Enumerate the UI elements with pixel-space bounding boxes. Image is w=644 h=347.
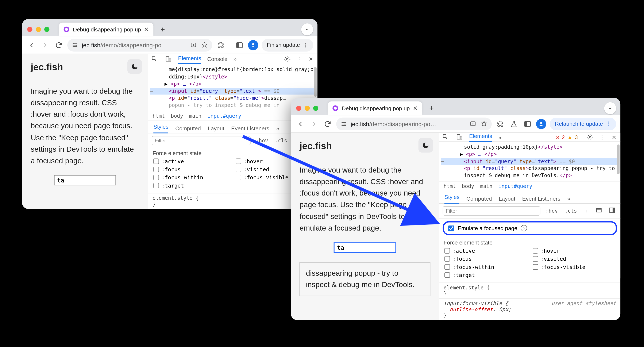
styles-filter-input[interactable] <box>152 136 250 145</box>
rendering-icon[interactable] <box>594 207 604 215</box>
inspect-icon[interactable] <box>151 55 158 63</box>
kebab-icon[interactable]: ⋮ <box>295 55 303 63</box>
state-focus-visible[interactable]: :focus-visible <box>532 264 615 270</box>
address-bar[interactable]: jec.fish/demo/disappearing-po… <box>67 38 212 52</box>
reload-button[interactable] <box>322 119 333 129</box>
browser-tab[interactable]: Debug disappearing pop up ✕ <box>59 22 153 36</box>
more-tabs-icon[interactable]: » <box>498 134 502 140</box>
minimize-window-icon[interactable] <box>304 106 310 111</box>
profile-avatar[interactable] <box>248 40 258 50</box>
labs-icon[interactable] <box>509 119 519 129</box>
close-window-icon[interactable] <box>27 27 32 32</box>
bookmark-icon[interactable] <box>201 42 208 48</box>
address-bar[interactable]: jec.fish/demo/disappearing-po… <box>336 118 492 130</box>
state-hover[interactable]: :hover <box>532 248 615 254</box>
state-active[interactable]: :active <box>444 248 527 254</box>
state-target[interactable]: :target <box>444 272 527 278</box>
close-tab-icon[interactable]: ✕ <box>144 26 149 33</box>
styles-tab[interactable]: Styles <box>444 194 460 204</box>
state-focus-within[interactable]: :focus-within <box>153 174 230 180</box>
extensions-icon[interactable] <box>495 119 506 129</box>
element-style-block[interactable]: element.style { } <box>440 282 620 298</box>
focus-visible-rule[interactable]: user agent stylesheet input:focus-visibl… <box>440 298 620 320</box>
computed-tab[interactable]: Computed <box>175 125 201 132</box>
back-button[interactable] <box>295 119 306 129</box>
close-window-icon[interactable] <box>296 106 301 111</box>
more-tabs-icon[interactable]: » <box>234 56 237 62</box>
page-paragraph: Imagine you want to debug the dissappear… <box>30 86 139 167</box>
layout-tab[interactable]: Layout <box>208 125 224 132</box>
device-icon[interactable] <box>456 133 463 141</box>
more-styles-tabs-icon[interactable]: » <box>567 195 570 202</box>
minimize-window-icon[interactable] <box>36 27 41 32</box>
site-settings-icon[interactable] <box>72 42 78 48</box>
console-tab[interactable]: Console <box>207 56 228 62</box>
state-target[interactable]: :target <box>153 182 230 189</box>
update-button[interactable]: Finish update⋮ <box>262 38 313 52</box>
styles-filter-input[interactable] <box>443 206 540 216</box>
gear-icon[interactable] <box>586 133 594 141</box>
sidepanel-icon[interactable] <box>234 40 244 50</box>
elements-tab[interactable]: Elements <box>178 55 201 64</box>
more-styles-tabs-icon[interactable]: » <box>276 125 279 132</box>
reload-button[interactable] <box>54 40 64 50</box>
new-tab-button[interactable]: + <box>157 24 169 36</box>
state-focus[interactable]: :focus <box>153 166 230 172</box>
new-style-rule-icon[interactable]: ＋ <box>582 207 590 214</box>
state-focus[interactable]: :focus <box>444 256 527 262</box>
event-listeners-tab[interactable]: Event Listeners <box>231 125 269 132</box>
gear-icon[interactable] <box>283 55 291 63</box>
tab-dropdown-button[interactable] <box>604 102 616 114</box>
close-devtools-icon[interactable]: ✕ <box>307 55 315 63</box>
dom-tree[interactable]: solid gray;padding:10px}</style> ▶ <p> …… <box>440 142 620 181</box>
close-devtools-icon[interactable]: ✕ <box>610 133 618 141</box>
extensions-icon[interactable] <box>216 40 226 50</box>
browser-tab[interactable]: Debug disappearing pop up ✕ <box>328 102 422 115</box>
tab-dropdown-button[interactable] <box>301 24 313 36</box>
bookmark-icon[interactable] <box>481 120 488 127</box>
issue-counts[interactable]: ⊗2 ▲3 <box>555 134 578 140</box>
back-button[interactable] <box>26 40 36 50</box>
scrollbar[interactable] <box>314 67 316 97</box>
emulate-focused-page[interactable]: Emulate a focused page ? <box>443 221 617 235</box>
elements-tab[interactable]: Elements <box>469 133 492 142</box>
update-button[interactable]: Relaunch to update⋮ <box>550 118 616 130</box>
svg-rect-9 <box>152 56 155 59</box>
state-visited[interactable]: :visited <box>532 256 615 262</box>
demo-text-input[interactable] <box>334 242 396 252</box>
cls-toggle[interactable]: .cls <box>563 208 579 214</box>
install-app-icon[interactable] <box>470 120 476 127</box>
page-paragraph: Imagine you want to debug the dissappear… <box>300 164 430 234</box>
dark-mode-toggle[interactable] <box>128 59 142 74</box>
help-icon[interactable]: ? <box>521 225 527 232</box>
computed-tab[interactable]: Computed <box>466 195 492 202</box>
maximize-window-icon[interactable] <box>313 106 318 111</box>
profile-avatar[interactable] <box>536 119 546 129</box>
demo-text-input[interactable] <box>54 175 116 185</box>
kebab-icon[interactable]: ⋮ <box>598 133 606 141</box>
inspect-icon[interactable] <box>442 133 450 141</box>
forward-button[interactable] <box>40 40 50 50</box>
emulate-checkbox[interactable] <box>448 225 454 231</box>
maximize-window-icon[interactable] <box>44 27 49 32</box>
event-listeners-tab[interactable]: Event Listeners <box>522 195 560 202</box>
state-focus-within[interactable]: :focus-within <box>444 264 527 270</box>
install-app-icon[interactable] <box>190 42 196 48</box>
new-tab-button[interactable]: + <box>426 102 438 114</box>
device-icon[interactable] <box>164 55 172 63</box>
scrollbar[interactable] <box>617 144 620 174</box>
styles-tab[interactable]: Styles <box>153 124 168 133</box>
layout-tab[interactable]: Layout <box>499 195 515 202</box>
hov-toggle[interactable]: :hov <box>544 208 560 214</box>
breadcrumb[interactable]: html body main input#query <box>440 181 620 191</box>
cls-toggle[interactable]: .cls <box>273 138 289 144</box>
dark-mode-toggle[interactable] <box>418 138 433 152</box>
site-settings-icon[interactable] <box>340 120 347 127</box>
hov-toggle[interactable]: :hov <box>254 138 270 144</box>
state-active[interactable]: :active <box>153 158 230 164</box>
forward-button[interactable] <box>309 119 319 129</box>
close-tab-icon[interactable]: ✕ <box>413 105 418 112</box>
sidepanel-icon[interactable] <box>522 119 532 129</box>
computed-sidebar-icon[interactable] <box>607 207 617 215</box>
site-name: jec.fish <box>30 62 139 73</box>
